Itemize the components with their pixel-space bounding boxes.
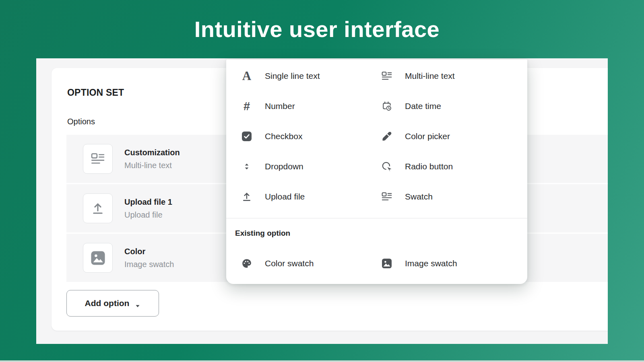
option-name: Color [124,246,174,257]
multi-line-text-icon [91,152,105,166]
page-title: Intuitive user interface [0,16,634,42]
menu-item-checkbox[interactable]: Checkbox [226,121,366,151]
menu-item-color-swatch[interactable]: Color swatch [226,248,366,278]
menu-item-label: Color swatch [265,259,314,268]
menu-item-label: Upload file [265,192,305,202]
card-heading: OPTION SET [67,87,124,98]
date-time-icon [382,101,392,111]
image-swatch-icon [382,258,392,269]
option-tile [83,144,113,174]
menu-item-number[interactable]: # Number [226,91,366,121]
upload-file-icon [91,202,105,215]
add-option-dropdown-menu: A Single line text Multi-line text # Num… [226,60,527,284]
add-option-button[interactable]: Add option [66,290,159,317]
option-texts: Color Image swatch [124,246,174,269]
menu-item-label: Date time [405,101,441,111]
bottom-edge-strip [0,360,644,362]
menu-item-label: Swatch [405,192,433,202]
option-type: Multi-line text [124,160,180,171]
menu-item-label: Checkbox [265,132,302,141]
dropdown-icon [242,161,252,172]
option-tile [83,193,113,223]
options-label: Options [67,117,95,126]
single-line-text-icon: A [242,71,252,81]
menu-item-dropdown[interactable]: Dropdown [226,151,366,181]
menu-item-label: Dropdown [265,162,303,171]
option-texts: Upload file 1 Upload file [124,197,172,220]
color-swatch-icon [242,258,252,269]
add-option-label: Add option [85,298,130,308]
menu-divider [226,218,527,218]
menu-item-label: Number [265,101,295,111]
number-icon: # [242,101,252,111]
option-name: Customization [124,147,180,158]
menu-item-multi-line-text[interactable]: Multi-line text [366,61,527,91]
radio-button-icon [382,161,392,172]
menu-item-swatch[interactable]: Swatch [366,181,527,212]
image-swatch-icon [91,251,105,265]
menu-item-label: Radio button [405,162,453,171]
option-texts: Customization Multi-line text [124,147,180,171]
menu-item-single-line-text[interactable]: A Single line text [226,61,366,91]
option-type: Upload file [124,210,172,220]
option-name: Upload file 1 [124,197,172,207]
color-picker-icon [382,131,392,142]
option-type: Image swatch [124,259,174,269]
checkbox-icon [242,131,252,142]
menu-existing-grid: Color swatch Image swatch [226,248,527,278]
multi-line-text-icon [382,71,392,81]
screenshot-stage: Intuitive user interface OPTION SET Opti… [0,0,644,362]
menu-item-radio-button[interactable]: Radio button [366,151,527,181]
menu-grid: A Single line text Multi-line text # Num… [226,60,527,212]
upload-file-icon [242,191,252,202]
menu-item-label: Color picker [405,132,450,141]
menu-section-label: Existing option [235,228,527,239]
option-tile [83,243,113,273]
menu-item-label: Multi-line text [405,71,455,81]
caret-down-icon [135,301,140,307]
menu-item-date-time[interactable]: Date time [366,91,527,121]
menu-item-label: Image swatch [405,259,457,268]
menu-item-label: Single line text [265,71,320,81]
menu-item-upload-file[interactable]: Upload file [226,181,366,212]
swatch-icon [382,191,392,202]
menu-item-image-swatch[interactable]: Image swatch [366,248,527,278]
menu-item-color-picker[interactable]: Color picker [366,121,527,151]
